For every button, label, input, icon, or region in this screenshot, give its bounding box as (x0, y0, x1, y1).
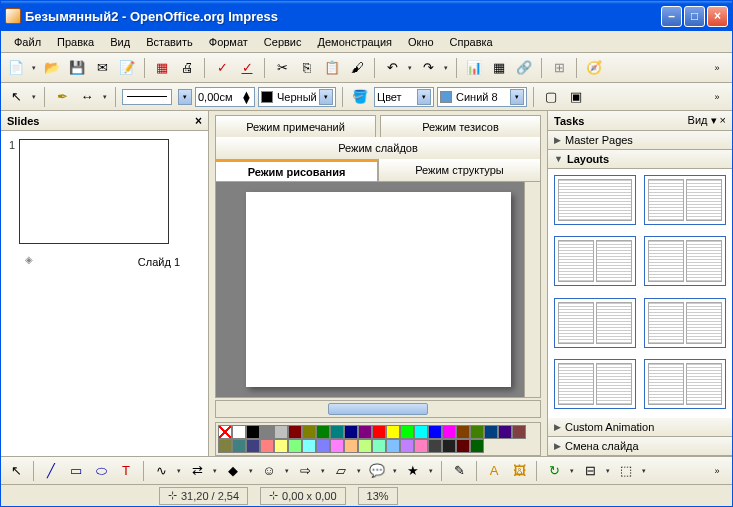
color-swatch[interactable] (498, 425, 512, 439)
color-swatch[interactable] (442, 425, 456, 439)
color-swatch[interactable] (260, 439, 274, 453)
slide-canvas-area[interactable] (215, 181, 541, 398)
layout-option[interactable] (554, 175, 636, 225)
text-tool[interactable]: T (115, 460, 137, 482)
minimize-button[interactable]: – (661, 6, 682, 27)
layout-option[interactable] (644, 359, 726, 409)
rect-tool[interactable]: ▭ (65, 460, 87, 482)
color-swatch[interactable] (246, 425, 260, 439)
line-width-field[interactable]: 0,00см▲▼ (195, 87, 255, 107)
color-swatch[interactable] (512, 425, 526, 439)
color-swatch[interactable] (456, 439, 470, 453)
toolbar-overflow[interactable]: » (706, 57, 728, 79)
task-section-master[interactable]: ▶Master Pages (548, 131, 732, 150)
connector-tool[interactable]: ⇄ (186, 460, 208, 482)
color-swatch[interactable] (302, 425, 316, 439)
slides-panel-close[interactable]: × (195, 114, 202, 128)
color-swatch[interactable] (344, 425, 358, 439)
slide-thumbnail-item[interactable]: 1 (9, 139, 200, 244)
horizontal-scrollbar[interactable] (215, 400, 541, 418)
layout-option[interactable] (554, 298, 636, 348)
menu-справка[interactable]: Справка (443, 34, 500, 50)
tab-handout[interactable]: Режим тезисов (380, 115, 541, 137)
pointer-tool[interactable]: ↖ (5, 86, 27, 108)
3d-button[interactable]: ▣ (565, 86, 587, 108)
hyperlink-button[interactable]: 🔗 (513, 57, 535, 79)
arrows-tool[interactable]: ⇨ (294, 460, 316, 482)
vertical-scrollbar[interactable] (524, 182, 540, 397)
format-overflow[interactable]: » (706, 86, 728, 108)
color-swatch[interactable] (344, 439, 358, 453)
pdf-button[interactable]: ▦ (151, 57, 173, 79)
select-tool[interactable]: ↖ (5, 460, 27, 482)
no-color-swatch[interactable] (218, 425, 232, 439)
ellipse-tool[interactable]: ⬭ (90, 460, 112, 482)
layout-option[interactable] (554, 359, 636, 409)
color-swatch[interactable] (330, 439, 344, 453)
line-color-combo[interactable]: Черный▾ (258, 87, 336, 107)
layout-option[interactable] (644, 236, 726, 286)
task-section-animation[interactable]: ▶Custom Animation (548, 418, 732, 437)
shadow-button[interactable]: ▢ (540, 86, 562, 108)
color-swatch[interactable] (470, 425, 484, 439)
slide-canvas[interactable] (246, 192, 511, 387)
spellcheck-button[interactable]: ✓ (211, 57, 233, 79)
menu-вставить[interactable]: Вставить (139, 34, 200, 50)
autospell-button[interactable]: ✓ (236, 57, 258, 79)
align-tool[interactable]: ⊟ (579, 460, 601, 482)
color-swatch[interactable] (456, 425, 470, 439)
shapes-tool[interactable]: ◆ (222, 460, 244, 482)
menu-файл[interactable]: Файл (7, 34, 48, 50)
arrange-tool[interactable]: ⬚ (615, 460, 637, 482)
chart-button[interactable]: 📊 (463, 57, 485, 79)
color-swatch[interactable] (274, 425, 288, 439)
color-swatch[interactable] (274, 439, 288, 453)
line-tool[interactable]: ╱ (40, 460, 62, 482)
color-swatch[interactable] (302, 439, 316, 453)
color-swatch[interactable] (288, 439, 302, 453)
table-button[interactable]: ▦ (488, 57, 510, 79)
menu-вид[interactable]: Вид (103, 34, 137, 50)
color-swatch[interactable] (288, 425, 302, 439)
copy-button[interactable]: ⎘ (296, 57, 318, 79)
color-swatch[interactable] (400, 425, 414, 439)
status-zoom[interactable]: 13% (358, 487, 398, 505)
color-swatch[interactable] (232, 439, 246, 453)
drawing-overflow[interactable]: » (706, 460, 728, 482)
task-section-transition[interactable]: ▶Смена слайда (548, 437, 732, 456)
color-swatch[interactable] (330, 425, 344, 439)
menu-демонстрация[interactable]: Демонстрация (311, 34, 400, 50)
menu-сервис[interactable]: Сервис (257, 34, 309, 50)
navigator-button[interactable]: 🧭 (583, 57, 605, 79)
color-swatch[interactable] (218, 439, 232, 453)
layout-option[interactable] (644, 175, 726, 225)
print-button[interactable]: 🖨 (176, 57, 198, 79)
arrow-tool[interactable]: ↔ (76, 86, 98, 108)
cut-button[interactable]: ✂ (271, 57, 293, 79)
color-swatch[interactable] (316, 439, 330, 453)
color-swatch[interactable] (246, 439, 260, 453)
menu-правка[interactable]: Правка (50, 34, 101, 50)
new-doc-button[interactable]: 📄 (5, 57, 27, 79)
color-swatch[interactable] (358, 425, 372, 439)
layout-option[interactable] (554, 236, 636, 286)
fill-color-combo[interactable]: Синий 8▾ (437, 87, 527, 107)
rotate-tool[interactable]: ↻ (543, 460, 565, 482)
color-swatch[interactable] (428, 439, 442, 453)
format-brush-button[interactable]: 🖌 (346, 57, 368, 79)
edit-button[interactable]: 📝 (116, 57, 138, 79)
menu-окно[interactable]: Окно (401, 34, 441, 50)
color-swatch[interactable] (232, 425, 246, 439)
fontwork-tool[interactable]: A (483, 460, 505, 482)
pen-tool[interactable]: ✒ (51, 86, 73, 108)
smiley-tool[interactable]: ☺ (258, 460, 280, 482)
points-tool[interactable]: ✎ (448, 460, 470, 482)
paste-button[interactable]: 📋 (321, 57, 343, 79)
color-swatch[interactable] (414, 439, 428, 453)
color-swatch[interactable] (372, 439, 386, 453)
layout-option[interactable] (644, 298, 726, 348)
flowchart-tool[interactable]: ▱ (330, 460, 352, 482)
menu-формат[interactable]: Формат (202, 34, 255, 50)
color-swatch[interactable] (428, 425, 442, 439)
email-button[interactable]: ✉ (91, 57, 113, 79)
